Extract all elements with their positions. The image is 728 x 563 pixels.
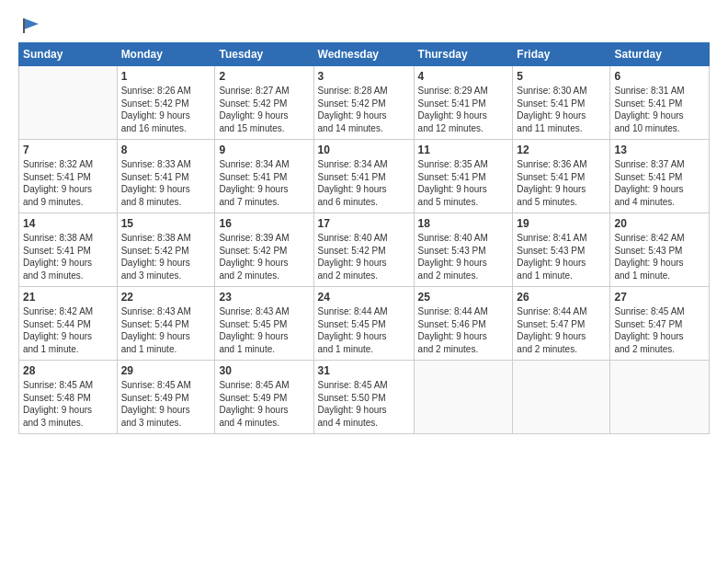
cell-info-text: Sunrise: 8:37 AM [614, 158, 705, 171]
cell-info-text: Sunrise: 8:42 AM [614, 232, 705, 245]
cell-info-text: Sunrise: 8:35 AM [418, 158, 509, 171]
calendar-cell: 11Sunrise: 8:35 AMSunset: 5:41 PMDayligh… [414, 140, 513, 213]
cell-info-text: Sunset: 5:43 PM [418, 245, 509, 258]
cell-info-text: Sunset: 5:42 PM [318, 245, 410, 258]
cell-info-text: Sunset: 5:42 PM [219, 245, 309, 258]
cell-info-text: Sunset: 5:41 PM [23, 171, 113, 184]
calendar-cell: 29Sunrise: 8:45 AMSunset: 5:49 PMDayligh… [117, 361, 215, 434]
day-number: 19 [517, 216, 606, 231]
calendar-week-row: 7Sunrise: 8:32 AMSunset: 5:41 PMDaylight… [19, 140, 710, 213]
cell-info-text: Sunrise: 8:45 AM [219, 379, 309, 392]
calendar-cell: 3Sunrise: 8:28 AMSunset: 5:42 PMDaylight… [313, 66, 414, 140]
cell-info-text: Sunset: 5:41 PM [418, 98, 509, 110]
calendar-cell: 23Sunrise: 8:43 AMSunset: 5:45 PMDayligh… [215, 287, 313, 361]
cell-info-text: Sunrise: 8:40 AM [418, 232, 509, 245]
cell-info-text: Daylight: 9 hours [614, 257, 705, 270]
cell-info-text: Sunrise: 8:45 AM [121, 379, 211, 392]
cell-info-text: Daylight: 9 hours [121, 404, 211, 417]
cell-info-text: Sunrise: 8:36 AM [517, 158, 606, 171]
day-number: 24 [318, 290, 410, 304]
page-container: SundayMondayTuesdayWednesdayThursdayFrid… [0, 0, 728, 563]
calendar-week-row: 21Sunrise: 8:42 AMSunset: 5:44 PMDayligh… [19, 287, 710, 361]
day-number: 6 [614, 69, 705, 84]
cell-info-text: Daylight: 9 hours [121, 109, 211, 122]
cell-info-text: Sunset: 5:42 PM [219, 98, 309, 110]
weekday-header: Tuesday [215, 43, 313, 66]
cell-info-text: Daylight: 9 hours [318, 404, 410, 417]
cell-info-text: Sunset: 5:41 PM [614, 98, 705, 110]
calendar-week-row: 14Sunrise: 8:38 AMSunset: 5:41 PMDayligh… [19, 213, 710, 287]
cell-info-text: Sunset: 5:46 PM [418, 318, 509, 331]
cell-info-text: Daylight: 9 hours [318, 257, 410, 270]
cell-info-text: Sunrise: 8:43 AM [121, 305, 211, 318]
calendar-cell: 25Sunrise: 8:44 AMSunset: 5:46 PMDayligh… [414, 287, 513, 361]
day-number: 20 [614, 216, 705, 231]
cell-info-text: and 2 minutes. [219, 270, 309, 282]
cell-info-text: Daylight: 9 hours [614, 330, 705, 343]
day-number: 21 [23, 290, 113, 304]
cell-info-text: and 1 minute. [517, 270, 606, 282]
cell-info-text: Sunrise: 8:38 AM [121, 232, 211, 245]
calendar-table: SundayMondayTuesdayWednesdayThursdayFrid… [18, 42, 710, 434]
cell-info-text: Sunset: 5:42 PM [121, 245, 211, 258]
cell-info-text: and 3 minutes. [121, 270, 211, 282]
cell-info-text: Sunset: 5:45 PM [219, 318, 309, 331]
calendar-cell: 6Sunrise: 8:31 AMSunset: 5:41 PMDaylight… [610, 66, 710, 140]
calendar-week-row: 28Sunrise: 8:45 AMSunset: 5:48 PMDayligh… [19, 361, 710, 434]
cell-info-text: Daylight: 9 hours [418, 330, 509, 343]
cell-info-text: and 8 minutes. [121, 196, 211, 209]
cell-info-text: Sunrise: 8:34 AM [318, 158, 410, 171]
day-number: 10 [318, 143, 410, 157]
cell-info-text: Daylight: 9 hours [614, 109, 705, 122]
calendar-cell [610, 361, 710, 434]
cell-info-text: Daylight: 9 hours [121, 330, 211, 343]
weekday-header: Wednesday [313, 43, 414, 66]
day-number: 9 [219, 143, 309, 157]
cell-info-text: Sunset: 5:41 PM [614, 171, 705, 184]
cell-info-text: Sunrise: 8:39 AM [219, 232, 309, 245]
cell-info-text: Daylight: 9 hours [418, 109, 509, 122]
weekday-header: Saturday [610, 43, 710, 66]
cell-info-text: Sunrise: 8:38 AM [23, 232, 113, 245]
cell-info-text: Sunrise: 8:28 AM [318, 85, 410, 98]
cell-info-text: and 2 minutes. [418, 343, 509, 356]
day-number: 3 [318, 69, 410, 84]
cell-info-text: and 1 minute. [318, 343, 410, 356]
calendar-cell: 8Sunrise: 8:33 AMSunset: 5:41 PMDaylight… [117, 140, 215, 213]
day-number: 16 [219, 216, 309, 231]
cell-info-text: and 15 minutes. [219, 122, 309, 135]
cell-info-text: Sunrise: 8:34 AM [219, 158, 309, 171]
calendar-cell: 16Sunrise: 8:39 AMSunset: 5:42 PMDayligh… [215, 213, 313, 287]
cell-info-text: Sunrise: 8:32 AM [23, 158, 113, 171]
cell-info-text: Daylight: 9 hours [23, 404, 113, 417]
cell-info-text: Sunset: 5:49 PM [219, 392, 309, 405]
cell-info-text: Sunrise: 8:44 AM [517, 305, 606, 318]
cell-info-text: and 7 minutes. [219, 196, 309, 209]
calendar-cell: 21Sunrise: 8:42 AMSunset: 5:44 PMDayligh… [19, 287, 118, 361]
cell-info-text: Sunrise: 8:44 AM [418, 305, 509, 318]
calendar-cell: 7Sunrise: 8:32 AMSunset: 5:41 PMDaylight… [19, 140, 118, 213]
day-number: 5 [517, 69, 606, 84]
cell-info-text: and 1 minute. [121, 343, 211, 356]
calendar-cell: 26Sunrise: 8:44 AMSunset: 5:47 PMDayligh… [513, 287, 610, 361]
day-number: 18 [418, 216, 509, 231]
day-number: 1 [121, 69, 211, 84]
day-number: 31 [318, 363, 410, 378]
cell-info-text: and 2 minutes. [614, 343, 705, 356]
day-number: 23 [219, 290, 309, 304]
calendar-header-row: SundayMondayTuesdayWednesdayThursdayFrid… [19, 43, 710, 66]
calendar-cell: 2Sunrise: 8:27 AMSunset: 5:42 PMDaylight… [215, 66, 313, 140]
cell-info-text: Sunset: 5:41 PM [219, 171, 309, 184]
day-number: 27 [614, 290, 705, 304]
cell-info-text: Daylight: 9 hours [219, 330, 309, 343]
weekday-header: Thursday [414, 43, 513, 66]
cell-info-text: Daylight: 9 hours [418, 257, 509, 270]
cell-info-text: Sunset: 5:41 PM [318, 171, 410, 184]
calendar-cell: 31Sunrise: 8:45 AMSunset: 5:50 PMDayligh… [313, 361, 414, 434]
cell-info-text: Sunrise: 8:42 AM [23, 305, 113, 318]
day-number: 22 [121, 290, 211, 304]
page-header [18, 15, 710, 37]
cell-info-text: and 2 minutes. [517, 343, 606, 356]
cell-info-text: and 5 minutes. [517, 196, 606, 209]
calendar-cell: 4Sunrise: 8:29 AMSunset: 5:41 PMDaylight… [414, 66, 513, 140]
